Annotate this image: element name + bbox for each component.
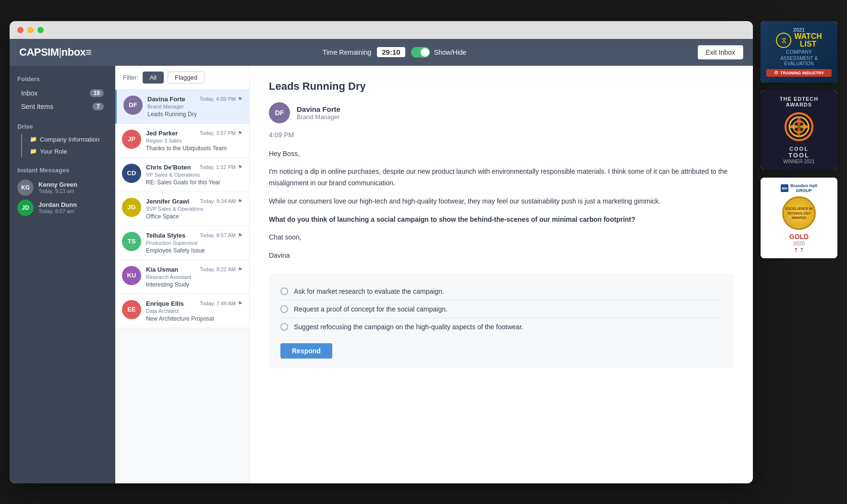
sidebar-item-sent[interactable]: Sent Items 7 xyxy=(17,100,108,113)
header-center: Time Remaining 29:10 Show/Hide xyxy=(92,47,698,58)
davina-subject: Leads Running Dry xyxy=(147,111,242,118)
show-hide-label: Show/Hide xyxy=(434,48,467,56)
detail-p1: I'm noticing a dip in online purchases, … xyxy=(269,166,734,189)
kia-avatar: KU xyxy=(122,266,141,285)
flag-icon-jennifer: ⚑ xyxy=(238,198,242,204)
jennifer-subject: Office Space xyxy=(146,213,242,220)
im-item-kenny[interactable]: KG Kenny Green Today, 9:13 am xyxy=(17,178,108,198)
email-item-enrique[interactable]: EE Enrique Ellis Today, 7:49 AM ⚑ Data A… xyxy=(115,294,249,328)
tellula-time: Today, 8:57 AM ⚑ xyxy=(200,232,242,239)
show-hide-toggle[interactable]: Show/Hide xyxy=(411,47,467,58)
response-option-2[interactable]: Request a proof of concept for the socia… xyxy=(280,300,722,318)
jennifer-sender: Jennifer Grawl xyxy=(146,198,189,205)
radio-1[interactable] xyxy=(280,288,288,295)
sent-badge: 7 xyxy=(93,103,104,110)
kenny-name: Kenny Green xyxy=(38,181,108,188)
detail-closing: Chat soon, xyxy=(269,232,734,243)
toggle-track[interactable] xyxy=(411,47,430,58)
kia-role: Research Assistant xyxy=(146,274,242,280)
detail-sender-name: Davina Forte xyxy=(297,105,340,113)
chris-subject: RE: Sales Goals for this Year xyxy=(146,179,242,186)
jed-avatar: JP xyxy=(122,130,141,149)
time-display: 29:10 xyxy=(377,47,405,57)
flag-icon-enrique: ⚑ xyxy=(238,300,242,307)
detail-body: Hey Boss, I'm noticing a dip in online p… xyxy=(269,148,734,262)
app-header: CAPSIM|nbox≡ Time Remaining 29:10 Show/H… xyxy=(10,39,753,66)
edtech-badge: THE EDTECH AWARDS COOL TOOL WINNER 2021 xyxy=(761,90,837,170)
edtech-cool: COOL xyxy=(766,146,832,152)
app-window: CAPSIM|nbox≡ Time Remaining 29:10 Show/H… xyxy=(10,21,753,483)
edtech-winner: WINNER 2021 xyxy=(766,159,832,164)
jennifer-role: SVP Sales & Operations xyxy=(146,206,242,212)
sidebar-im-section: Instant Messages KG Kenny Green Today, 9… xyxy=(17,167,108,218)
detail-avatar: DF xyxy=(269,102,290,123)
email-item-davina[interactable]: DF Davina Forte Today, 4:09 PM ⚑ Brand M… xyxy=(115,90,249,124)
kia-subject: Interesting Study xyxy=(146,281,242,288)
email-items-list: DF Davina Forte Today, 4:09 PM ⚑ Brand M… xyxy=(115,90,249,483)
enrique-avatar: EE xyxy=(122,300,141,319)
detail-subject: Leads Running Dry xyxy=(269,80,734,93)
detail-greeting: Hey Boss, xyxy=(269,148,734,160)
flag-icon-jed: ⚑ xyxy=(238,130,242,136)
edtech-logo xyxy=(785,112,813,141)
brandon-year: 2020 xyxy=(766,240,832,246)
email-list-panel: Filter: All Flagged DF Davina Forte Toda… xyxy=(115,66,250,483)
detail-p2: While our consumers love our high-tech a… xyxy=(269,196,734,207)
brandon-gold-label: GOLD xyxy=(766,233,832,240)
radio-3[interactable] xyxy=(280,323,288,331)
minimize-dot[interactable] xyxy=(27,27,34,33)
respond-button[interactable]: Respond xyxy=(280,343,332,359)
sidebar-folders-section: Folders Inbox 19 Sent Items 7 xyxy=(17,75,108,113)
chris-time: Today, 1:12 PM ⚑ xyxy=(199,164,242,170)
response-panel: Ask for market research to evaluate the … xyxy=(269,273,734,368)
jordan-name: Jordan Dunn xyxy=(38,201,108,208)
app-logo: CAPSIM|nbox≡ xyxy=(19,46,92,59)
detail-signature: Chat soon, Davina xyxy=(269,232,734,262)
sidebar-drive-section: Drive Company Information Your Role xyxy=(17,123,108,157)
brandon-figure-left: 🎖️ 🎖️ xyxy=(766,248,832,252)
tellula-role: Production Supervisor xyxy=(146,240,242,246)
im-item-jordan[interactable]: JD Jordan Dunn Today, 8:07 am xyxy=(17,198,108,218)
close-dot[interactable] xyxy=(17,27,24,33)
enrique-subject: New Architecture Proposal xyxy=(146,315,242,322)
filter-label: Filter: xyxy=(123,74,139,81)
email-item-tellula[interactable]: TS Tellula Styles Today, 8:57 AM ⚑ Produ… xyxy=(115,226,249,260)
sidebar-item-inbox[interactable]: Inbox 19 xyxy=(17,86,108,100)
drive-item-role[interactable]: Your Role xyxy=(26,146,108,157)
email-item-jennifer[interactable]: JG Jennifer Grawl Today, 9:34 AM ⚑ SVP S… xyxy=(115,192,249,226)
kia-sender: Kia Usman xyxy=(146,266,178,273)
kenny-avatar: KG xyxy=(17,180,34,196)
davina-avatar: DF xyxy=(123,96,143,115)
detail-sender-role: Brand Manager xyxy=(297,113,340,120)
response-option-1-text: Ask for market research to evaluate the … xyxy=(294,288,444,295)
jordan-time: Today, 8:07 am xyxy=(38,208,108,214)
flag-icon-tellula: ⚑ xyxy=(238,232,242,239)
email-item-jed[interactable]: JP Jed Parker Today, 3:57 PM ⚑ Region 3 … xyxy=(115,124,249,158)
jordan-avatar: JD xyxy=(17,200,34,216)
maximize-dot[interactable] xyxy=(37,27,44,33)
email-item-kia[interactable]: KU Kia Usman Today, 8:22 AM ⚑ Research A… xyxy=(115,260,249,294)
response-option-1[interactable]: Ask for market research to evaluate the … xyxy=(280,283,722,300)
edtech-tool: TOOL xyxy=(766,152,832,159)
drive-item-company[interactable]: Company Information xyxy=(26,134,108,145)
watch-company: COMPANY xyxy=(766,49,832,55)
jed-subject: Thanks to the Ubiquitools Team xyxy=(146,145,242,152)
watch-title: WATCH xyxy=(794,33,822,40)
brandon-coin: EXCELLENCE INTECHNOLOGYAWARDS xyxy=(782,196,816,230)
titlebar xyxy=(10,21,753,39)
watch-sub: ASSESSMENT & EVALUATION xyxy=(766,56,832,66)
flag-icon-kia: ⚑ xyxy=(238,266,242,273)
filter-all-button[interactable]: All xyxy=(143,72,164,84)
watch-list-badge: 2021 ⧖ WATCH LIST COMPANY ASSESSMENT & E… xyxy=(761,21,837,83)
response-option-3[interactable]: Suggest refocusing the campaign on the h… xyxy=(280,318,722,336)
davina-time: Today, 4:09 PM ⚑ xyxy=(199,96,242,102)
detail-sender-row: DF Davina Forte Brand Manager xyxy=(269,102,734,123)
tellula-sender: Tellula Styles xyxy=(146,232,185,239)
email-item-chris[interactable]: CD Chris De'Boten Today, 1:12 PM ⚑ VP Sa… xyxy=(115,158,249,192)
radio-2[interactable] xyxy=(280,305,288,313)
flag-icon: ⚑ xyxy=(238,96,242,102)
filter-flagged-button[interactable]: Flagged xyxy=(168,72,205,84)
enrique-sender: Enrique Ellis xyxy=(146,300,184,307)
exit-inbox-button[interactable]: Exit Inbox xyxy=(698,45,743,60)
inbox-badge: 19 xyxy=(90,89,104,97)
